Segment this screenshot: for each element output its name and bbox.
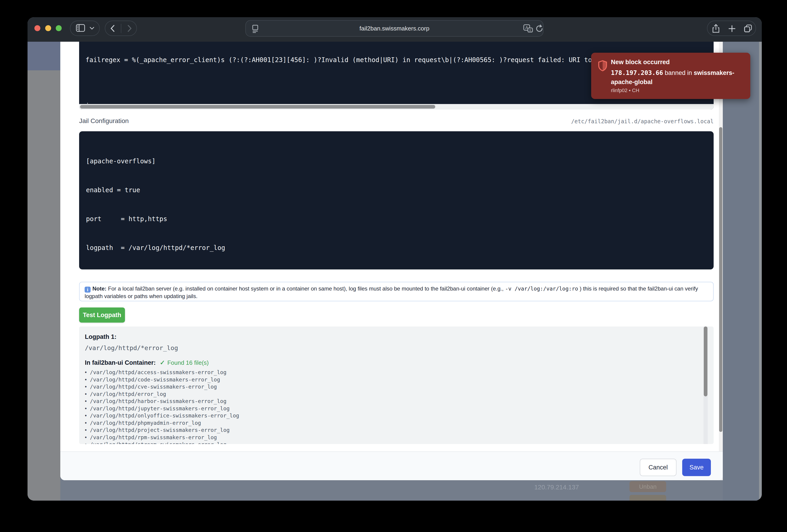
- browser-window: 120.79.214.137 Unban: [27, 17, 762, 501]
- results-scrollbar[interactable]: [704, 327, 708, 444]
- page-scrollbar[interactable]: [759, 42, 762, 501]
- list-item: •/var/log/httpd/project-swissmakers-erro…: [85, 427, 700, 434]
- save-button[interactable]: Save: [682, 459, 711, 476]
- svg-text:文: 文: [529, 29, 532, 32]
- jail-config-path: /etc/fail2ban/jail.d/apache-overflows.lo…: [571, 118, 714, 125]
- modal-scrollbar[interactable]: [719, 42, 723, 480]
- url-text: fail2ban.swissmakers.corp: [246, 21, 543, 36]
- translate-icon[interactable]: A 文: [523, 24, 533, 34]
- new-block-toast[interactable]: New block occurred 178.197.203.66 banned…: [591, 53, 750, 99]
- forward-icon[interactable]: [127, 25, 132, 32]
- list-item: •/var/log/httpd/stream-swissmakers-error…: [85, 441, 700, 444]
- logpath-results-panel: Logpath 1: /var/log/httpd/*error_log In …: [79, 327, 714, 444]
- dimmed-page-left: [27, 70, 60, 501]
- jail-config-header: Jail Configuration /etc/fail2ban/jail.d/…: [79, 117, 714, 127]
- note-box: iNote: For a local fail2ban server (e.g.…: [79, 282, 714, 301]
- dimmed-page-bottom: 120.79.214.137 Unban: [60, 480, 723, 501]
- modal-footer: Cancel Save: [60, 451, 723, 480]
- info-icon: i: [85, 287, 90, 293]
- sidebar-pill[interactable]: [70, 21, 100, 36]
- new-tab-icon[interactable]: [728, 25, 736, 32]
- edit-jail-modal: failregex = %(_apache_error_client)s (?:…: [60, 42, 723, 480]
- editor-horizontal-scrollbar[interactable]: [79, 104, 714, 110]
- container-result-line: In fail2ban-ui Container:✓Found 16 file(…: [85, 359, 209, 367]
- close-window-button[interactable]: [35, 25, 40, 31]
- jail-config-editor[interactable]: [apache-overflows] enabled = true port =…: [79, 131, 714, 269]
- editor-horizontal-scrollbar-thumb[interactable]: [80, 105, 435, 109]
- dimmed-page-header: [27, 42, 60, 70]
- share-icon[interactable]: [712, 24, 720, 33]
- logpath-label: Logpath 1:: [85, 333, 116, 340]
- reload-icon[interactable]: [535, 24, 544, 33]
- toast-meta: rlinfp02 • CH: [611, 88, 639, 93]
- back-icon[interactable]: [110, 25, 115, 32]
- list-item: •/var/log/httpd/error_log: [85, 391, 700, 398]
- results-scrollbar-thumb[interactable]: [704, 327, 707, 396]
- cancel-button[interactable]: Cancel: [640, 459, 677, 476]
- maximize-window-button[interactable]: [56, 25, 62, 31]
- test-logpath-button[interactable]: Test Logpath: [79, 308, 125, 323]
- list-item: •/var/log/httpd/code-swissmakers-error_l…: [85, 376, 700, 383]
- toast-message: 178.197.203.66 banned in swissmakers-apa…: [611, 68, 744, 87]
- address-bar[interactable]: fail2ban.swissmakers.corp A 文: [246, 20, 544, 37]
- banned-ip: 178.197.203.66: [611, 69, 663, 76]
- toast-title: New block occurred: [611, 59, 670, 66]
- list-item: •/var/log/httpd/harbor-swissmakers-error…: [85, 398, 700, 405]
- list-item: •/var/log/httpd/jupyter-swissmakers-erro…: [85, 405, 700, 413]
- tab-overview-icon[interactable]: [744, 24, 752, 33]
- found-files-text: Found 16 file(s): [167, 359, 209, 366]
- background-ip-cell: 120.79.214.137: [534, 484, 579, 491]
- note-text: iNote: For a local fail2ban server (e.g.…: [85, 285, 708, 300]
- window-actions-pill: [707, 21, 756, 36]
- sidebar-icon[interactable]: [76, 24, 85, 32]
- logpath-value: /var/log/httpd/*error_log: [85, 345, 178, 352]
- modal-scrollbar-thumb[interactable]: [719, 127, 722, 432]
- nav-pill: [105, 21, 137, 36]
- list-item: •/var/log/httpd/access-swissmakers-error…: [85, 369, 700, 376]
- dimmed-page-right: [723, 42, 759, 501]
- unban-button[interactable]: Unban: [630, 481, 666, 492]
- browser-toolbar: fail2ban.swissmakers.corp A 文: [27, 17, 762, 42]
- check-icon: ✓: [160, 359, 165, 366]
- unban-button-clipped[interactable]: [630, 495, 666, 501]
- jail-config-label: Jail Configuration: [79, 117, 129, 125]
- list-item: •/var/log/httpd/cve-swissmakers-error_lo…: [85, 383, 700, 391]
- file-list: •/var/log/httpd/access-swissmakers-error…: [85, 369, 700, 444]
- jail-config-code: [apache-overflows] enabled = true port =…: [86, 137, 714, 269]
- list-item: •/var/log/httpd/phpmyadmin-error_log: [85, 420, 700, 427]
- screenshot: 120.79.214.137 Unban: [0, 0, 787, 532]
- chevron-down-icon[interactable]: [89, 26, 95, 30]
- minimize-window-button[interactable]: [45, 25, 51, 31]
- list-item: •/var/log/httpd/rpm-swissmakers-error_lo…: [85, 434, 700, 441]
- shield-icon: [598, 60, 608, 71]
- nav-divider: [121, 24, 121, 33]
- list-item: •/var/log/httpd/onlyoffice-swissmakers-e…: [85, 412, 700, 420]
